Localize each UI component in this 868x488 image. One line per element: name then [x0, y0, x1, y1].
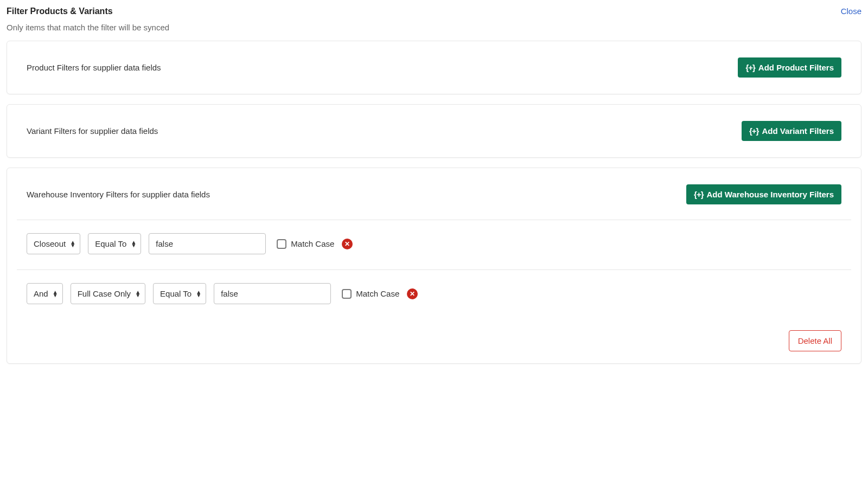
add-warehouse-filters-button[interactable]: {+} Add Warehouse Inventory Filters — [686, 184, 841, 204]
filter-rule-row: And ▲▼ Full Case Only ▲▼ Equal To ▲▼ Mat… — [27, 270, 841, 304]
add-product-filters-label: Add Product Filters — [758, 63, 834, 72]
product-filters-title: Product Filters for supplier data fields — [27, 63, 161, 72]
remove-rule-button[interactable]: ✕ — [407, 288, 418, 299]
page-title: Filter Products & Variants — [7, 7, 113, 16]
close-link[interactable]: Close — [841, 7, 861, 16]
close-icon: ✕ — [344, 241, 350, 247]
value-input[interactable] — [149, 233, 266, 254]
operator-select[interactable]: Equal To — [153, 283, 206, 304]
match-case-label: Match Case — [356, 289, 399, 298]
variant-filters-title: Variant Filters for supplier data fields — [27, 126, 158, 136]
logic-select[interactable]: And — [27, 283, 63, 304]
code-plus-icon: {+} — [749, 126, 758, 136]
code-plus-icon: {+} — [694, 190, 703, 199]
add-product-filters-button[interactable]: {+} Add Product Filters — [738, 57, 841, 78]
filter-rule-row: Closeout ▲▼ Equal To ▲▼ Match Case ✕ — [27, 220, 841, 254]
product-filters-card: Product Filters for supplier data fields… — [7, 41, 861, 94]
code-plus-icon: {+} — [745, 63, 755, 72]
value-input[interactable] — [214, 283, 331, 304]
close-icon: ✕ — [410, 291, 415, 297]
add-variant-filters-button[interactable]: {+} Add Variant Filters — [742, 121, 841, 141]
match-case-checkbox[interactable] — [342, 289, 352, 299]
field-select[interactable]: Closeout — [27, 233, 80, 254]
match-case-checkbox[interactable] — [277, 239, 286, 249]
remove-rule-button[interactable]: ✕ — [342, 239, 353, 249]
add-warehouse-filters-label: Add Warehouse Inventory Filters — [707, 190, 834, 199]
variant-filters-card: Variant Filters for supplier data fields… — [7, 104, 861, 158]
match-case-label: Match Case — [291, 239, 334, 248]
page-subtitle: Only items that match the filter will be… — [7, 23, 861, 32]
warehouse-filters-title: Warehouse Inventory Filters for supplier… — [27, 190, 210, 199]
warehouse-filters-card: Warehouse Inventory Filters for supplier… — [7, 168, 861, 364]
add-variant-filters-label: Add Variant Filters — [762, 126, 834, 136]
operator-select[interactable]: Equal To — [88, 233, 141, 254]
delete-all-button[interactable]: Delete All — [789, 330, 841, 351]
field-select[interactable]: Full Case Only — [71, 283, 145, 304]
